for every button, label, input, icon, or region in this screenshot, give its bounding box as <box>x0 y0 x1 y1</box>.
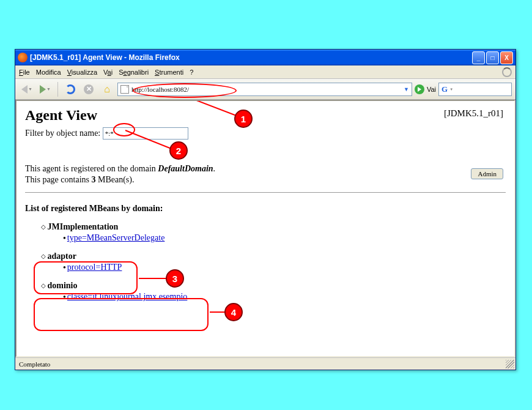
url-bar[interactable]: http://localhost:8082/ ▼ <box>117 83 412 96</box>
mbean-item: protocol=HTTP <box>63 263 506 272</box>
admin-button[interactable]: Admin <box>471 168 503 179</box>
domain-info-line: This agent is registered on the domain D… <box>25 164 506 174</box>
go-label: Vai <box>427 86 436 93</box>
menu-edit[interactable]: Modifica <box>36 69 61 76</box>
page-icon <box>120 85 129 94</box>
browser-window: [JDMK5.1_r01] Agent View - Mozilla Firef… <box>15 49 516 370</box>
annotation-4: 4 <box>224 303 243 321</box>
mbean-item: classe=it.linuxjournal.jmx.esempio <box>63 292 506 302</box>
go-button[interactable] <box>415 84 424 94</box>
navigation-toolbar: ▼ ▼ ✕ ⌂ http://localhost:8082/ ▼ Vai G ▼ <box>15 79 515 100</box>
filter-input[interactable] <box>103 127 188 140</box>
back-button[interactable]: ▼ <box>19 81 35 97</box>
url-text[interactable]: http://localhost:8082/ <box>131 86 401 93</box>
maximize-button[interactable]: □ <box>486 51 499 64</box>
forward-button[interactable]: ▼ <box>37 81 53 97</box>
window-title: [JDMK5.1_r01] Agent View - Mozilla Firef… <box>30 53 472 62</box>
mbean-link[interactable]: protocol=HTTP <box>67 263 122 272</box>
home-button[interactable]: ⌂ <box>99 81 115 97</box>
resize-grip[interactable] <box>506 360 514 368</box>
domain-item: dominio classe=it.linuxjournal.jmx.esemp… <box>41 281 506 302</box>
firefox-icon <box>18 53 28 62</box>
domain-item: adaptor protocol=HTTP <box>41 252 506 272</box>
reload-button[interactable] <box>62 81 78 97</box>
count-line: This page contains 3 MBean(s). <box>25 175 506 185</box>
list-title: List of registered MBeans by domain: <box>25 204 506 214</box>
url-dropdown-icon[interactable]: ▼ <box>404 86 409 92</box>
annotation-2: 2 <box>169 141 188 160</box>
search-box[interactable]: G ▼ <box>438 83 512 96</box>
status-text: Completato <box>19 360 50 368</box>
menu-file[interactable]: File <box>19 69 30 76</box>
mbean-link[interactable]: type=MBeanServerDelegate <box>67 233 165 242</box>
menu-tools[interactable]: Strumenti <box>155 69 183 76</box>
separator <box>25 192 506 193</box>
filter-label: Filter by object name: <box>25 129 100 138</box>
annotation-box-4 <box>34 298 209 331</box>
menu-bar: File Modifica Visualizza Vai Segnalibri … <box>15 65 515 79</box>
page-content: Agent View [JDMK5.1_r01] Filter by objec… <box>15 100 515 357</box>
version-label: [JDMK5.1_r01] <box>444 108 503 119</box>
google-icon: G <box>441 84 448 94</box>
status-bar: Completato <box>15 357 515 370</box>
titlebar: [JDMK5.1_r01] Agent View - Mozilla Firef… <box>15 50 515 65</box>
minimize-button[interactable]: _ <box>472 51 485 64</box>
mbean-link[interactable]: classe=it.linuxjournal.jmx.esempio <box>67 292 187 301</box>
menu-bookmarks[interactable]: Segnalibri <box>119 69 149 76</box>
throbber-icon <box>502 67 512 77</box>
stop-button[interactable]: ✕ <box>81 81 97 97</box>
menu-help[interactable]: ? <box>190 69 193 76</box>
domain-item: JMImplementation type=MBeanServerDelegat… <box>41 222 506 243</box>
menu-go[interactable]: Vai <box>103 69 113 76</box>
close-button[interactable]: X <box>500 51 513 64</box>
mbean-item: type=MBeanServerDelegate <box>63 233 506 243</box>
domain-list: JMImplementation type=MBeanServerDelegat… <box>25 222 506 302</box>
menu-view[interactable]: Visualizza <box>67 69 97 76</box>
page-title: Agent View <box>25 107 506 124</box>
